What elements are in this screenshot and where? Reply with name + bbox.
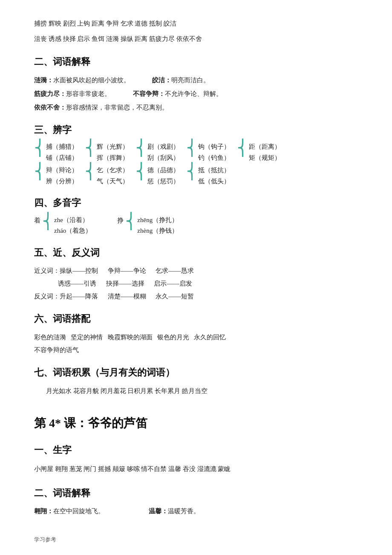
section2: 二、词语解释 涟漪：水面被风吹起的细小波纹。 皎洁：明亮而洁白。 筋疲力尽：形容… (34, 53, 358, 114)
section4-title: 四、多音字 (34, 194, 358, 211)
brace-item-qi1: 乞（乞求） (97, 165, 129, 176)
brace-items-qi: 乞（乞求） 气（天气） (97, 165, 129, 187)
brace-item-hui2: 挥（挥舞） (97, 153, 129, 164)
brace-sym-bu: ⎨ (34, 142, 46, 163)
brace-items-ju2: 距（距离） 矩（规矩） (249, 142, 281, 163)
lesson4-section1-title: 一、生字 (34, 442, 358, 459)
duoyinzi-zhe-char: 着 (34, 215, 40, 226)
duoyinzi-zheng: 挣 ⎨ zhēng（挣扎） zhèng（挣钱） (117, 215, 178, 237)
synonym-line2: 诱惑——引诱 抉择——选择 启示——启发 (34, 277, 358, 290)
vocab-line-moon: 月光如水 花容月貌 闭月羞花 日积月累 长年累月 皓月当空 (46, 384, 358, 397)
def-jiaojie: 明亮而洁白。 (171, 77, 210, 84)
brace-group-bu: ⎨ 捕（捕猎） 铺（店铺） (34, 142, 78, 163)
term-jinpi: 筋疲力尽： (34, 90, 66, 97)
brace-sym-ju: ⎨ (135, 142, 147, 163)
collocation-line1: 彩色的涟漪 坚定的神情 晚霞辉映的湖面 银色的月光 永久的回忆 (34, 331, 358, 344)
section2-item2: 筋疲力尽：形容非常疲老。 不容争辩：不允许争论、辩解。 (34, 87, 358, 100)
def-aoxiang: 在空中回旋地飞。 (53, 508, 104, 515)
brace-sym-hui: ⎨ (85, 142, 96, 163)
top-vocab-line1: 捕捞 辉映 剧烈 上钩 距离 争辩 乞求 道德 抵制 皎洁 (34, 17, 358, 31)
brace-item-gou1: 钩（钩子） (198, 142, 230, 153)
def-jinpi: 形容非常疲老。 (66, 90, 111, 97)
brace-group-di: ⎨ 抵（抵抗） 低（低头） (186, 165, 230, 187)
brace-item-hui1: 辉（光辉） (97, 142, 129, 153)
brace-item-ju22: 矩（规矩） (249, 153, 281, 164)
collocation-line2: 不容争辩的语气 (34, 344, 358, 356)
duoyinzi-zhe: 着 ⎨ zhe（沿着） zháo（着急） (34, 215, 92, 237)
synonym-line1: 近义词：操纵——控制 争辩——争论 乞求——恳求 (34, 264, 358, 277)
section2-title: 二、词语解释 (34, 53, 358, 70)
brace-sym-qi: ⎨ (85, 165, 96, 187)
brace-item-di1: 抵（抵抗） (198, 165, 230, 176)
term-jiaojie: 皎洁： (152, 77, 171, 84)
top-vocab-line2: 沮丧 诱感 抉择 启示 鱼饵 涟漪 操纵 距离 筋疲力尽 依依不舍 (34, 32, 358, 46)
brace-item-ju2: 刮（刮风） (147, 153, 179, 164)
def-burongzhengbian: 不允许争论、辩解。 (165, 90, 222, 97)
section7-content: 月光如水 花容月貌 闭月羞花 日积月累 长年累月 皓月当空 (34, 384, 358, 397)
brace-item-zhe2: zháo（着急） (54, 225, 92, 237)
brace-zhe: ⎨ zhe（沿着） zháo（着急） (42, 215, 92, 237)
def-wenxin: 温暖芳香。 (168, 508, 200, 515)
brace-items-de: 德（品德） 惩（惩罚） (147, 165, 179, 187)
brace-group-hui: ⎨ 辉（光辉） 挥（挥舞） (85, 142, 129, 163)
term-aoxiang: 翱翔： (34, 508, 53, 515)
brace-item-bu2: 铺（店铺） (46, 153, 78, 164)
brace-items-bu: 捕（捕猎） 铺（店铺） (46, 142, 78, 163)
lesson4-heading: 第 4* 课：爷爷的芦笛 (34, 413, 358, 434)
section5: 五、近、反义词 近义词：操纵——控制 争辩——争论 乞求——恳求 诱惑——引诱 … (34, 244, 358, 303)
brace-item-gou2: 钓（钓鱼） (198, 153, 230, 164)
section7-title: 七、词语积累（与月有关的词语） (34, 364, 358, 381)
brace-group-qi: ⎨ 乞（乞求） 气（天气） (85, 165, 129, 187)
brace-item-de2: 惩（惩罚） (147, 176, 179, 187)
brace-group-gou: ⎨ 钩（钩子） 钓（钓鱼） (186, 142, 230, 163)
footer: 学习参考 (34, 535, 358, 544)
term-wenxin: 温馨： (149, 508, 168, 515)
brace-item-bian2: 辨（分辨） (46, 176, 78, 187)
lesson4-section2: 二、词语解释 翱翔：在空中回旋地飞。 温馨：温暖芳香。 (34, 485, 358, 518)
brace-group-de: ⎨ 德（品德） 惩（惩罚） (135, 165, 179, 187)
section6-content: 彩色的涟漪 坚定的神情 晚霞辉映的湖面 银色的月光 永久的回忆 不容争辩的语气 (34, 331, 358, 356)
def-lianyi: 水面被风吹起的细小波纹。 (53, 77, 130, 84)
antonym-line1: 反义词：升起——降落 清楚——模糊 永久——短暂 (34, 290, 358, 303)
term-burongzhengbian: 不容争辩： (133, 90, 165, 97)
section5-title: 五、近、反义词 (34, 244, 358, 261)
section5-content: 近义词：操纵——控制 争辩——争论 乞求——恳求 诱惑——引诱 抉择——选择 启… (34, 264, 358, 303)
section3-title: 三、辨字 (34, 121, 358, 139)
section6: 六、词语搭配 彩色的涟漪 坚定的神情 晚霞辉映的湖面 银色的月光 永久的回忆 不… (34, 310, 358, 356)
section2-item1: 涟漪：水面被风吹起的细小波纹。 皎洁：明亮而洁白。 (34, 74, 358, 87)
lesson4-block: 第 4* 课：爷爷的芦笛 一、生字 小闸屋 翱翔 葱茏 闸门 摇撼 颠簸 哆嗦 … (34, 413, 358, 518)
section4: 四、多音字 着 ⎨ zhe（沿着） zháo（着急） 挣 ⎨ zhēng（挣扎）… (34, 194, 358, 237)
brace-item-qi2: 气（天气） (97, 176, 129, 187)
brace-items-bian: 辩（辩论） 辨（分辨） (46, 165, 78, 187)
section3: 三、辨字 ⎨ 捕（捕猎） 铺（店铺） ⎨ 辉（光辉） 挥（挥舞） ⎨ 剧（戏剧）… (34, 121, 358, 187)
brace-sym-ju2: ⎨ (237, 142, 248, 163)
brace-items-zhe: zhe（沿着） zháo（着急） (54, 215, 92, 237)
brace-item-bu1: 捕（捕猎） (46, 142, 78, 153)
section7: 七、词语积累（与月有关的词语） 月光如水 花容月貌 闭月羞花 日积月累 长年累月… (34, 364, 358, 397)
brace-items-ju: 剧（戏剧） 刮（刮风） (147, 142, 179, 163)
brace-item-ju1: 剧（戏剧） (147, 142, 179, 153)
duoyinzi-row: 着 ⎨ zhe（沿着） zháo（着急） 挣 ⎨ zhēng（挣扎） zhèng… (34, 215, 358, 237)
top-vocab-section: 捕捞 辉映 剧烈 上钩 距离 争辩 乞求 道德 抵制 皎洁 沮丧 诱感 抉择 启… (34, 17, 358, 46)
lesson4-chars: 小闸屋 翱翔 葱茏 闸门 摇撼 颠簸 哆嗦 情不自禁 温馨 吞没 湿漉漉 蒙眬 (34, 462, 358, 476)
brace-item-zheng1: zhēng（挣扎） (137, 215, 178, 226)
brace-zheng: ⎨ zhēng（挣扎） zhèng（挣钱） (125, 215, 178, 237)
lesson4-section1: 一、生字 小闸屋 翱翔 葱茏 闸门 摇撼 颠簸 哆嗦 情不自禁 温馨 吞没 湿漉… (34, 442, 358, 476)
brace-group-ju: ⎨ 剧（戏剧） 刮（刮风） (135, 142, 179, 163)
brace-item-di2: 低（低头） (198, 176, 230, 187)
term-yiyibushe: 依依不舍： (34, 104, 66, 111)
brace-item-bian1: 辩（辩论） (46, 165, 78, 176)
section2-item3: 依依不舍：形容感情深，非常留恋，不忍离别。 (34, 101, 358, 114)
brace-item-zhe1: zhe（沿着） (54, 215, 92, 226)
brace-sym-gou: ⎨ (186, 142, 198, 163)
brace-sym-zhe: ⎨ (42, 215, 54, 237)
brace-sym-de: ⎨ (135, 165, 147, 187)
section6-title: 六、词语搭配 (34, 310, 358, 327)
brace-item-de1: 德（品德） (147, 165, 179, 176)
brace-items-di: 抵（抵抗） 低（低头） (198, 165, 230, 187)
lesson4-def1: 翱翔：在空中回旋地飞。 温馨：温暖芳香。 (34, 505, 358, 517)
brace-group-bian: ⎨ 辩（辩论） 辨（分辨） (34, 165, 78, 187)
brace-item-ju21: 距（距离） (249, 142, 281, 153)
brace-items-gou: 钩（钩子） 钓（钓鱼） (198, 142, 230, 163)
duoyinzi-zheng-char: 挣 (117, 215, 124, 226)
